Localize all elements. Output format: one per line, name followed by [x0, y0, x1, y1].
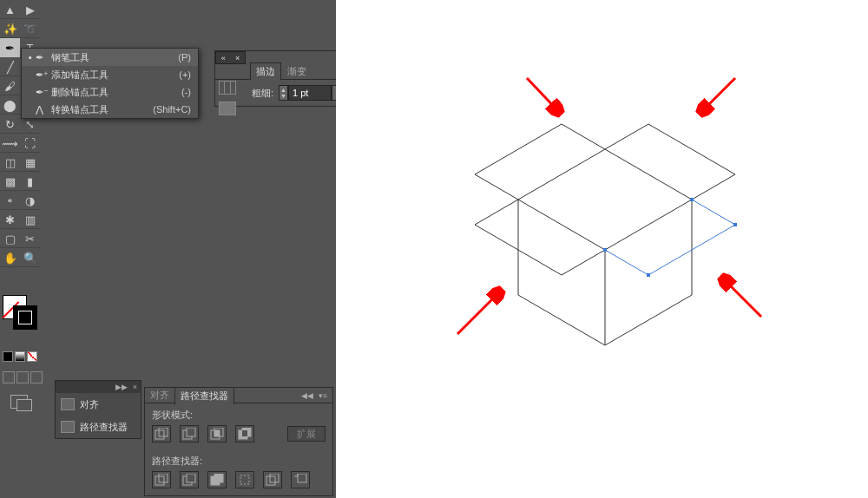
svg-rect-16 — [240, 475, 249, 484]
svg-rect-9 — [242, 430, 247, 436]
slice-tool-icon[interactable]: ✂ — [20, 229, 40, 248]
svg-rect-10 — [155, 476, 164, 485]
stroke-panel-icon-2[interactable] — [219, 102, 236, 115]
mesh-tool-icon[interactable]: ▩ — [0, 172, 20, 191]
flyout-label: 添加锚点工具 — [51, 69, 179, 82]
flyout-shortcut: (+) — [179, 69, 191, 80]
zoom-tool-icon[interactable]: 🔍 — [20, 248, 40, 267]
panel-collapse-bar[interactable]: « × — [215, 51, 246, 64]
intersect-button[interactable] — [207, 425, 227, 442]
flyout-pen-tool[interactable]: ▪ ✒ 钢笔工具 (P) — [22, 49, 198, 66]
screen-mode-icon[interactable] — [10, 395, 28, 409]
collapsed-panel-group: ▶▶ × 对齐 路径查找器 — [55, 380, 141, 439]
svg-rect-23 — [603, 248, 607, 252]
tab-stroke[interactable]: 描边 — [250, 62, 281, 81]
expand-arrows-icon[interactable]: ▶▶ — [115, 383, 128, 391]
svg-rect-15 — [214, 474, 223, 482]
crop-button[interactable] — [235, 471, 254, 488]
rotate-tool-icon[interactable]: ↻ — [0, 115, 20, 134]
line-tool-icon[interactable]: ╱ — [0, 57, 20, 76]
eyedropper-tool-icon[interactable]: ⁌ — [0, 191, 20, 210]
svg-line-25 — [700, 78, 735, 113]
flyout-delete-anchor-tool[interactable]: ✒⁻ 删除锚点工具 (-) — [22, 83, 198, 101]
canvas[interactable] — [336, 0, 868, 498]
flyout-add-anchor-tool[interactable]: ✒⁺ 添加锚点工具 (+) — [22, 66, 198, 83]
artboard-tool-icon[interactable]: ▢ — [0, 229, 20, 248]
flyout-shortcut: (P) — [178, 52, 191, 62]
convert-anchor-icon: ⋀ — [36, 104, 51, 115]
weight-value[interactable]: 1 pt — [288, 85, 332, 101]
expand-button[interactable]: 扩展 — [287, 426, 326, 442]
graph-tool-icon[interactable]: ▥ — [20, 210, 40, 229]
pen-minus-icon: ✒⁻ — [36, 87, 51, 98]
screen-mode-icons[interactable] — [3, 371, 43, 383]
lasso-tool-icon[interactable]: ➰ — [20, 19, 40, 38]
panel-menu-icon[interactable]: ▾≡ — [319, 391, 327, 400]
tab-pathfinder[interactable]: 路径查找器 — [174, 387, 234, 405]
shape-modes-label: 形状模式: — [145, 403, 332, 423]
pathfinders-label: 路径查找器: — [145, 449, 332, 469]
flyout-shortcut: (Shift+C) — [153, 104, 191, 115]
pen-tool-flyout: ▪ ✒ 钢笔工具 (P) ✒⁺ 添加锚点工具 (+) ✒⁻ 删除锚点工具 (-)… — [21, 48, 199, 119]
close-icon[interactable]: × — [133, 383, 137, 391]
flyout-convert-anchor-tool[interactable]: ⋀ 转换锚点工具 (Shift+C) — [22, 101, 198, 118]
selection-tool-icon[interactable]: ▲ — [0, 0, 20, 19]
weight-input[interactable]: ▲▼ 1 pt ▼ — [279, 85, 344, 101]
svg-line-26 — [457, 291, 501, 334]
trim-button[interactable] — [180, 471, 199, 488]
pathfinder-icon — [61, 421, 75, 433]
svg-line-27 — [722, 278, 761, 317]
collapsed-align-row[interactable]: 对齐 — [56, 393, 141, 416]
svg-rect-3 — [187, 428, 195, 436]
brush-tool-icon[interactable]: 🖌 — [0, 76, 20, 95]
shape-builder-tool-icon[interactable]: ◫ — [0, 153, 20, 172]
selected-marker-icon: ▪ — [29, 52, 36, 62]
divide-button[interactable] — [152, 471, 171, 488]
svg-rect-1 — [159, 428, 168, 436]
exclude-button[interactable] — [235, 425, 254, 442]
align-icon — [61, 398, 75, 410]
gradient-tool-icon[interactable]: ▮ — [20, 172, 40, 191]
hand-tool-icon[interactable]: ✋ — [0, 248, 20, 267]
blob-brush-tool-icon[interactable]: ⬤ — [0, 95, 20, 115]
collapse-arrows-icon[interactable]: ◀◀ — [301, 391, 313, 400]
svg-rect-17 — [266, 476, 275, 485]
stroke-panel-icon-1[interactable] — [219, 81, 236, 95]
draw-normal-icon[interactable] — [3, 371, 15, 383]
close-icon[interactable]: × — [235, 54, 240, 62]
magic-wand-tool-icon[interactable]: ✨ — [0, 19, 20, 38]
none-mode-icon[interactable] — [27, 351, 37, 362]
gradient-mode-icon[interactable] — [15, 351, 25, 362]
collapse-arrows-icon: « — [221, 54, 226, 62]
svg-rect-13 — [187, 474, 195, 482]
collapsed-label: 对齐 — [80, 398, 99, 411]
symbol-sprayer-tool-icon[interactable]: ✱ — [0, 210, 20, 229]
minus-front-button[interactable] — [180, 425, 199, 442]
tab-align[interactable]: 对齐 — [145, 387, 174, 403]
collapsed-pathfinder-row[interactable]: 路径查找器 — [56, 416, 141, 438]
color-mode-icon[interactable] — [3, 351, 13, 362]
flyout-label: 钢笔工具 — [51, 51, 178, 64]
unite-button[interactable] — [152, 425, 171, 442]
svg-rect-22 — [647, 273, 650, 277]
pen-icon: ✒ — [36, 52, 51, 63]
tab-gradient[interactable]: 渐变 — [281, 62, 312, 81]
svg-rect-19 — [298, 474, 306, 482]
outline-button[interactable] — [263, 471, 282, 488]
direct-selection-tool-icon[interactable]: ▶ — [20, 0, 40, 19]
color-swatches[interactable] — [3, 295, 37, 330]
stepper-arrows-icon[interactable]: ▲▼ — [279, 85, 288, 101]
stroke-swatch[interactable] — [13, 305, 37, 330]
blend-tool-icon[interactable]: ◑ — [20, 191, 40, 210]
draw-inside-icon[interactable] — [30, 371, 43, 383]
perspective-tool-icon[interactable]: ▦ — [20, 153, 40, 172]
flyout-shortcut: (-) — [181, 87, 191, 97]
draw-mode-icons[interactable] — [3, 351, 37, 362]
minus-back-button[interactable] — [291, 471, 310, 488]
free-transform-tool-icon[interactable]: ⛶ — [20, 134, 40, 153]
width-tool-icon[interactable]: ⟿ — [0, 134, 20, 153]
draw-behind-icon[interactable] — [16, 371, 29, 383]
pen-tool-icon[interactable]: ✒ — [0, 38, 20, 57]
svg-rect-21 — [733, 223, 737, 226]
merge-button[interactable] — [207, 471, 227, 488]
